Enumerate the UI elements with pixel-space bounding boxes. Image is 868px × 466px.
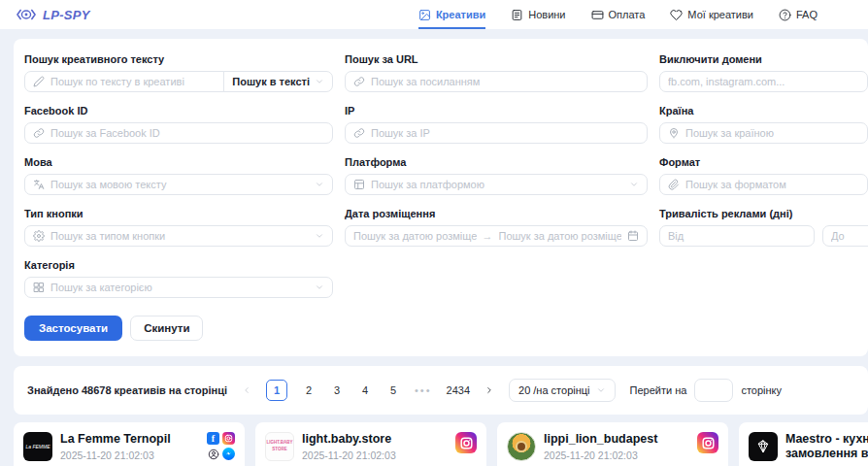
date-range-picker[interactable]: → <box>345 225 648 247</box>
page-button-3[interactable]: 3 <box>330 384 344 396</box>
avatar: La FEMME <box>23 432 52 461</box>
language-select[interactable] <box>24 174 333 195</box>
exclude-domains-label: Виключити домени <box>659 53 868 65</box>
creative-card[interactable]: La FEMME La Femme Ternopil 2025-11-20 21… <box>14 422 245 466</box>
creative-card[interactable]: lippi_lion_budapest 2025-11-20 21:02:03 … <box>497 422 728 466</box>
duration-from-input[interactable] <box>668 230 806 242</box>
eye-logo-icon <box>16 7 37 22</box>
category-label: Категорія <box>24 259 333 271</box>
ip-input[interactable] <box>371 127 639 139</box>
platform-icons <box>455 432 477 453</box>
tab-creatives[interactable]: Креативи <box>418 0 485 29</box>
news-icon <box>511 9 523 21</box>
app-logo[interactable]: LP-SPY <box>16 7 90 22</box>
avatar: LIGHT.BABY STORE <box>265 432 294 461</box>
duration-label: Тривалість реклами (дні) <box>659 208 868 219</box>
pagination: 1 2 3 4 5 ••• 2434 <box>242 380 494 401</box>
pagination-bar: Знайдено 48678 креативів на сторінці 1 2… <box>14 366 868 415</box>
button-type-label: Тип кнопки <box>24 208 333 219</box>
instagram-icon <box>222 432 235 445</box>
tab-label: Мої креативи <box>687 9 753 20</box>
calendar-icon <box>627 230 639 242</box>
tab-news[interactable]: Новини <box>511 0 565 29</box>
goto-suffix: сторінку <box>741 384 782 396</box>
search-mode-value: Пошук в тексті <box>232 76 310 87</box>
prev-page-button[interactable] <box>242 385 251 395</box>
duration-to-input[interactable] <box>831 230 868 242</box>
avatar <box>749 432 778 461</box>
format-label: Формат <box>659 156 868 168</box>
filter-panel: Пошук креативного тексту Пошук в тексті … <box>14 39 868 356</box>
card-date: 2025-11-20 21:02:03 <box>302 449 396 461</box>
link-icon <box>353 127 365 139</box>
tab-label: Новини <box>528 9 565 20</box>
pencil-icon <box>33 76 45 87</box>
page-size-value: 20 /на сторінці <box>518 384 590 396</box>
main-nav: Креативи Новини Оплата Мої креативи FAQ <box>418 0 818 29</box>
page-button-1[interactable]: 1 <box>266 380 287 401</box>
platform-icons: f <box>207 432 235 460</box>
chevron-down-icon <box>315 77 324 86</box>
apply-button[interactable]: Застосувати <box>24 316 122 341</box>
button-type-input[interactable] <box>50 230 309 242</box>
search-mode-select[interactable]: Пошук в тексті <box>223 71 333 92</box>
creative-card[interactable]: Maestro - кухні, ме замовлення в Ужго 20… <box>739 422 868 466</box>
page-ellipsis[interactable]: ••• <box>415 384 432 396</box>
card-title: La Femme Ternopil <box>60 432 171 447</box>
page-button-2434[interactable]: 2434 <box>447 384 470 396</box>
category-input[interactable] <box>50 282 309 293</box>
tab-label: FAQ <box>796 9 818 20</box>
tab-label: Креативи <box>436 9 485 20</box>
link-icon <box>33 127 45 139</box>
url-label: Пошук за URL <box>345 53 648 65</box>
card-date: 2025-11-20 21:02:03 <box>544 449 657 461</box>
instagram-icon <box>455 432 477 453</box>
goto-prefix: Перейти на <box>630 384 687 396</box>
platform-label: Платформа <box>345 156 648 168</box>
heart-icon <box>670 9 683 21</box>
facebook-id-label: Facebook ID <box>24 105 333 116</box>
creative-text-label: Пошук креативного тексту <box>24 53 333 65</box>
location-pin-icon <box>668 127 680 139</box>
reset-button[interactable]: Скинути <box>130 316 203 341</box>
chevron-down-icon <box>596 385 606 395</box>
translate-icon <box>33 179 45 190</box>
chevron-down-icon <box>629 180 639 189</box>
paperclip-icon <box>668 179 680 190</box>
creative-text-input[interactable] <box>50 76 216 87</box>
tab-my-creatives[interactable]: Мої креативи <box>670 0 753 29</box>
page-button-2[interactable]: 2 <box>302 384 316 396</box>
maestro-logo-icon <box>755 439 771 454</box>
logo-text: LP-SPY <box>43 8 90 22</box>
gear-icon <box>33 230 45 242</box>
page-button-4[interactable]: 4 <box>358 384 372 396</box>
page-button-5[interactable]: 5 <box>386 384 400 396</box>
creative-card[interactable]: LIGHT.BABY STORE light.baby.store 2025-1… <box>255 422 486 466</box>
instagram-icon <box>697 432 718 453</box>
chevron-down-icon <box>315 231 324 241</box>
card-title: Maestro - кухні, ме замовлення в Ужго <box>785 432 868 461</box>
button-type-select[interactable] <box>24 225 333 247</box>
next-page-button[interactable] <box>484 385 494 395</box>
format-input[interactable] <box>685 179 859 190</box>
url-input[interactable] <box>371 76 639 87</box>
chevron-down-icon <box>315 180 324 189</box>
category-select[interactable] <box>24 277 333 298</box>
date-to-input[interactable] <box>499 230 622 242</box>
exclude-domains-input[interactable] <box>668 76 859 87</box>
creatives-list: La FEMME La Femme Ternopil 2025-11-20 21… <box>14 422 868 466</box>
page-size-select[interactable]: 20 /на сторінці <box>509 379 616 402</box>
goto-page-input[interactable] <box>694 379 733 402</box>
card-title: light.baby.store <box>302 432 396 447</box>
country-input[interactable] <box>685 127 859 139</box>
language-input[interactable] <box>50 179 309 190</box>
date-from-input[interactable] <box>353 230 477 242</box>
date-range-label: Дата розміщення <box>345 208 648 219</box>
tab-payment[interactable]: Оплата <box>591 0 646 29</box>
platform-select[interactable] <box>345 174 648 195</box>
facebook-id-input[interactable] <box>50 127 324 139</box>
platform-input[interactable] <box>371 179 623 190</box>
language-label: Мова <box>24 156 333 168</box>
tab-faq[interactable]: FAQ <box>779 0 818 29</box>
facebook-icon: f <box>207 432 219 445</box>
